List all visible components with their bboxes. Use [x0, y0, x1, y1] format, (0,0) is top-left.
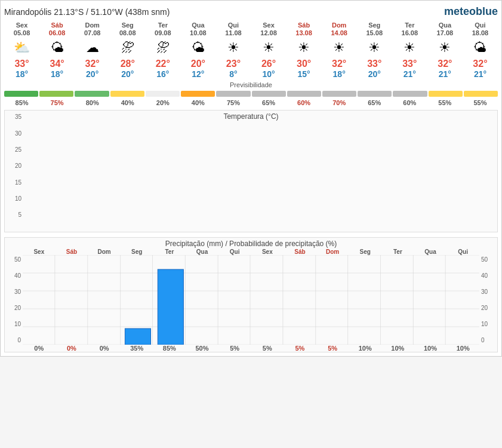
- prev-pct-0: 85%: [4, 99, 39, 106]
- day-label-12: Qua17.08: [427, 22, 463, 37]
- precip-day-6: Qui: [218, 248, 251, 255]
- day-label-8: Sáb13.08: [287, 22, 322, 37]
- location-title: Mirandopólis 21.13°S / 51.10°W (438m snm…: [4, 7, 170, 17]
- prev-bar-wrap-12: [429, 90, 463, 98]
- low-temp-0: 18°: [4, 69, 39, 79]
- previsibilidade-section: Previsibilidade 85%75%80%40%20%40%75%65%…: [4, 81, 498, 106]
- svg-rect-43: [125, 329, 150, 345]
- high-temp-11: 33°: [392, 59, 427, 69]
- weather-icon-6: ☀: [215, 37, 251, 59]
- precip-pct-11: 10%: [381, 345, 414, 352]
- high-temp-13: 32°: [463, 59, 498, 69]
- day-label-0: Sex05.08: [4, 22, 39, 37]
- prev-pcts-row: 85%75%80%40%20%40%75%65%60%70%65%60%55%5…: [4, 99, 498, 106]
- high-temp-5: 20°: [180, 59, 215, 69]
- day-label-7: Sex12.08: [251, 22, 287, 37]
- weather-icon-12: ☀: [427, 37, 463, 59]
- day-label-4: Ter09.08: [145, 22, 180, 37]
- precip-pct-10: 10%: [349, 345, 381, 352]
- high-temp-6: 23°: [215, 59, 251, 69]
- precip-day-10: Seg: [349, 248, 381, 255]
- precip-chart-wrap: 50 40 30 20 10 0: [5, 255, 497, 345]
- precip-title: Precipitação (mm) / Probabilidade de pre…: [5, 238, 497, 248]
- day-label-6: Qui11.08: [215, 22, 251, 37]
- precip-day-12: Qua: [414, 248, 447, 255]
- low-temp-8: 15°: [287, 69, 322, 79]
- precip-pct-2: 0%: [88, 345, 121, 352]
- precip-day-1: Sáb: [56, 248, 88, 255]
- weather-widget: Mirandopólis 21.13°S / 51.10°W (438m snm…: [0, 0, 502, 357]
- prev-bar-wrap-10: [358, 90, 392, 98]
- prev-bar-wrap-9: [322, 90, 356, 98]
- precip-pct-12: 10%: [414, 345, 447, 352]
- prev-pct-6: 75%: [215, 99, 251, 106]
- precip-day-8: Sáb: [284, 248, 316, 255]
- precip-pct-9: 5%: [316, 345, 349, 352]
- low-temp-4: 16°: [145, 69, 180, 79]
- prev-bar-5: [181, 91, 215, 97]
- prev-pct-12: 55%: [427, 99, 463, 106]
- prev-pct-3: 40%: [110, 99, 145, 106]
- high-temp-0: 33°: [4, 59, 39, 69]
- weather-icon-13: 🌤: [463, 37, 498, 59]
- weather-icon-9: ☀: [322, 37, 357, 59]
- low-temp-9: 18°: [322, 69, 357, 79]
- prev-pct-1: 75%: [39, 99, 75, 106]
- weather-icon-10: ☀: [357, 37, 392, 59]
- prev-bar-7: [252, 91, 286, 97]
- weather-icon-8: ☀: [287, 37, 322, 59]
- prev-pct-7: 65%: [251, 99, 287, 106]
- precip-pcts-row: 0%0%0%35%85%50%5%5%5%5%10%10%10%10%: [23, 345, 479, 352]
- day-label-2: Dom07.08: [75, 22, 110, 37]
- prev-bar-12: [429, 91, 463, 97]
- prev-bar-wrap-5: [181, 90, 215, 98]
- precip-pct-6: 5%: [218, 345, 251, 352]
- prev-bar-3: [110, 91, 144, 97]
- high-temp-4: 22°: [145, 59, 180, 69]
- days-header: Sex05.08Sáb06.08Dom07.08Seg08.08Ter09.08…: [4, 22, 498, 37]
- prev-bar-0: [4, 91, 38, 97]
- prev-bar-wrap-7: [252, 90, 286, 98]
- temp-chart-title: Temperatura (°C): [5, 111, 497, 121]
- weather-icon-4: ⛈: [145, 37, 180, 59]
- high-temp-2: 32°: [75, 59, 110, 69]
- prev-pct-4: 20%: [145, 99, 180, 106]
- prev-pct-13: 55%: [463, 99, 498, 106]
- high-temp-9: 32°: [322, 59, 357, 69]
- high-temp-12: 32°: [427, 59, 463, 69]
- high-temp-1: 34°: [39, 59, 75, 69]
- prev-bar-6: [216, 91, 250, 97]
- low-temp-2: 20°: [75, 69, 110, 79]
- weather-icon-7: ☀: [251, 37, 287, 59]
- prev-bar-10: [358, 91, 392, 97]
- prev-bar-wrap-13: [464, 90, 498, 98]
- prev-bar-wrap-11: [393, 90, 427, 98]
- day-label-13: Qui18.08: [463, 22, 498, 37]
- header: Mirandopólis 21.13°S / 51.10°W (438m snm…: [4, 5, 498, 18]
- high-temp-7: 26°: [251, 59, 287, 69]
- temp-chart-section: Temperatura (°C) 35 30 25 20 15 10 5: [4, 110, 498, 232]
- precip-pct-7: 5%: [251, 345, 284, 352]
- precip-pct-4: 85%: [153, 345, 186, 352]
- prev-pct-2: 80%: [75, 99, 110, 106]
- low-temp-11: 21°: [392, 69, 427, 79]
- high-temp-10: 33°: [357, 59, 392, 69]
- precip-day-4: Ter: [153, 248, 186, 255]
- prev-pct-11: 60%: [392, 99, 427, 106]
- prev-bars: [4, 90, 498, 98]
- precip-section: Precipitação (mm) / Probabilidade de pre…: [4, 237, 498, 352]
- low-temp-1: 18°: [39, 69, 75, 79]
- precip-day-5: Qua: [186, 248, 218, 255]
- weather-icon-1: 🌤: [39, 37, 75, 59]
- precip-pct-3: 35%: [121, 345, 153, 352]
- precip-day-9: Dom: [316, 248, 349, 255]
- low-temps-row: 18°18°20°20°16°12°8°10°15°18°20°21°21°21…: [4, 69, 498, 79]
- prev-bar-wrap-2: [75, 90, 109, 98]
- low-temp-5: 12°: [180, 69, 215, 79]
- precip-day-0: Sex: [23, 248, 56, 255]
- prev-bar-4: [146, 91, 180, 97]
- low-temp-3: 20°: [110, 69, 145, 79]
- precip-pct-0: 0%: [23, 345, 56, 352]
- weather-icons-row: ⛅🌤☁⛈⛈🌤☀☀☀☀☀☀☀🌤: [4, 37, 498, 59]
- precip-days-row: SexSábDomSegTerQuaQuiSexSábDomSegTerQuaQ…: [23, 248, 479, 255]
